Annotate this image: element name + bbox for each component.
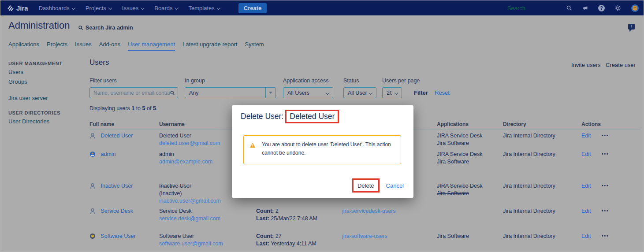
tab-system[interactable]: System [245, 41, 264, 51]
nav-menu-projects[interactable]: Projects [86, 5, 112, 11]
table-row: Service Desk Service Desk service.desk@g… [89, 208, 640, 233]
count-value: 2 [275, 208, 279, 214]
search-icon[interactable] [566, 5, 572, 11]
tab-latest-upgrade-report[interactable]: Latest upgrade report [182, 41, 237, 51]
user-fullname-link[interactable]: Deleted User [101, 133, 133, 139]
application-name: Jira Software [437, 140, 483, 146]
user-fullname-link[interactable]: Software User [101, 233, 135, 239]
user-email-link[interactable]: admin@example.com [159, 159, 212, 165]
column-header-applications: Applications [437, 121, 469, 127]
column-header-actions: Actions [581, 121, 601, 127]
chevron-down-icon [72, 6, 75, 9]
delete-button[interactable]: Delete [357, 182, 374, 189]
edit-link[interactable]: Edit [581, 151, 591, 157]
triangle-down-icon [269, 92, 272, 94]
help-icon[interactable]: ? [598, 5, 605, 11]
search-icon [170, 90, 175, 96]
sidebar-item-user-directories[interactable]: User Directories [8, 118, 49, 125]
count-label: Count: [256, 233, 274, 239]
jira-logo[interactable]: Jira [7, 4, 28, 12]
more-actions-button[interactable]: ••• [602, 152, 609, 156]
last-value: 25/Mar/22 7:48 AM [271, 215, 317, 222]
nav-menu-issues[interactable]: Issues [122, 5, 144, 11]
edit-link[interactable]: Edit [581, 208, 591, 214]
cancel-button[interactable]: Cancel [386, 182, 404, 189]
delete-user-dialog: Delete User:Deleted User You are about t… [232, 105, 413, 198]
user-email-link[interactable]: deleted.user@gmail.com [159, 140, 220, 146]
create-button[interactable]: Create [238, 3, 267, 13]
directory-text: Jira Internal Directory [503, 151, 555, 157]
tab-applications[interactable]: Applications [8, 41, 39, 51]
page-title: Administration [8, 20, 70, 31]
application-access-select[interactable]: All Users [283, 87, 333, 98]
create-user-button[interactable]: Create user [606, 62, 636, 68]
username-text: Software User [159, 233, 223, 239]
user-email-link[interactable]: software.user@gmail.com [159, 241, 223, 247]
chevron-down-icon [217, 6, 220, 9]
tab-issues[interactable]: Issues [75, 41, 92, 51]
sidebar-item-users[interactable]: Users [8, 69, 23, 75]
user-email-link[interactable]: inactive.user@gmail.com [159, 198, 221, 204]
count-value: 27 [275, 233, 282, 239]
more-actions-button[interactable]: ••• [602, 133, 609, 138]
annotation-box-delete: Delete [352, 178, 380, 193]
directory-text: Jira Internal Directory [503, 208, 555, 214]
user-avatar[interactable] [631, 4, 639, 12]
feedback-icon[interactable]: ! [628, 24, 635, 30]
group-link[interactable]: jira-servicedesk-users [342, 208, 396, 214]
users-per-page-select[interactable]: 20 [382, 87, 402, 98]
directory-text: Jira Internal Directory [503, 233, 555, 239]
username-text: Deleted User [159, 133, 220, 139]
user-fullname-link[interactable]: Service Desk [101, 208, 133, 214]
application-name: Jira Software [437, 159, 483, 165]
admin-tab-bar: Applications Projects Issues Add-ons Use… [8, 41, 264, 51]
reset-button[interactable]: Reset [435, 89, 450, 96]
last-label: Last: [256, 215, 269, 222]
admin-search-button[interactable]: Search Jira admin [78, 25, 133, 31]
invite-users-button[interactable]: Invite users [571, 62, 600, 68]
filter-users-input[interactable]: Name, username or email contain [89, 87, 178, 98]
group-link[interactable]: jira-software-users [342, 233, 387, 239]
user-fullname-link[interactable]: Inactive User [101, 183, 133, 189]
chevron-down-icon [395, 91, 398, 94]
annotation-box-title: Deleted User [285, 110, 339, 123]
edit-link[interactable]: Edit [581, 133, 591, 139]
megaphone-icon[interactable] [582, 5, 588, 11]
sidebar-item-groups[interactable]: Groups [8, 78, 27, 85]
nav-menu-templates[interactable]: Templates [189, 5, 220, 11]
column-header-username: Username [159, 121, 185, 127]
combobox-dropdown-button[interactable] [265, 88, 275, 98]
table-row: Software User Software User software.use… [89, 233, 640, 252]
user-silhouette-icon [89, 133, 96, 140]
sidebar-item-jira-user-server[interactable]: Jira user server [8, 95, 48, 101]
status-select[interactable]: All Users [343, 87, 376, 98]
nav-menu-boards[interactable]: Boards [154, 5, 178, 11]
application-name: JIRA Service Desk [437, 133, 483, 139]
nav-menu-dashboards[interactable]: Dashboards [39, 5, 75, 11]
sidebar-section-user-management: USER MANAGEMENT [8, 61, 63, 66]
username-inactive-note: (Inactive) [159, 190, 221, 196]
more-actions-button[interactable]: ••• [602, 233, 609, 238]
edit-link[interactable]: Edit [581, 183, 591, 189]
user-avatar-icon [89, 233, 96, 241]
dialog-title: Delete User:Deleted User [241, 110, 339, 123]
navbar-search-input[interactable]: Search [507, 5, 525, 11]
tab-projects[interactable]: Projects [47, 41, 67, 51]
tab-user-management[interactable]: User management [128, 41, 175, 51]
last-value: Yesterday 4:11 AM [271, 241, 316, 247]
gear-icon[interactable] [614, 5, 621, 11]
search-icon [78, 25, 83, 30]
jira-logo-icon [7, 4, 14, 12]
displaying-users-text: Displaying users 1 to 5 of 5. [89, 105, 157, 111]
user-email-link[interactable]: service.desk@gmail.com [159, 215, 220, 222]
warning-icon [249, 142, 256, 150]
directory-text: Jira Internal Directory [503, 133, 555, 139]
user-fullname-link[interactable]: admin [101, 151, 115, 157]
more-actions-button[interactable]: ••• [602, 208, 609, 213]
edit-link[interactable]: Edit [581, 233, 591, 239]
tab-add-ons[interactable]: Add-ons [99, 41, 120, 51]
more-actions-button[interactable]: ••• [602, 183, 609, 188]
directory-text: Jira Internal Directory [503, 183, 555, 189]
filter-button[interactable]: Filter [414, 89, 428, 96]
in-group-combobox[interactable]: Any [185, 87, 276, 98]
